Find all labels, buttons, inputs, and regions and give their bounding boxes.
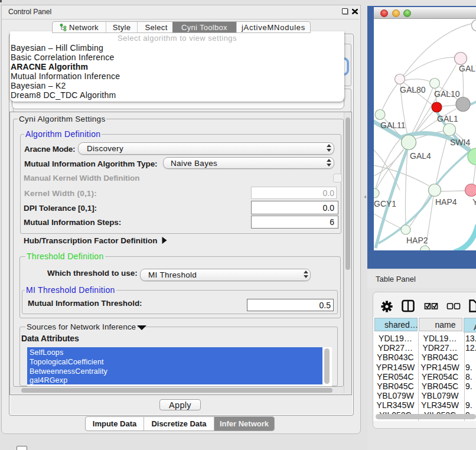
svg-text:GAL11: GAL11 xyxy=(380,120,406,130)
svg-text:Y: Y xyxy=(472,197,476,207)
svg-text:HAP2: HAP2 xyxy=(406,236,428,245)
svg-text:GAL10: GAL10 xyxy=(434,89,460,99)
svg-text:GCY1: GCY1 xyxy=(374,199,396,208)
svg-text:GAL7: GAL7 xyxy=(459,64,476,73)
svg-text:SWI4: SWI4 xyxy=(450,137,470,146)
svg-text:GAL1: GAL1 xyxy=(437,113,458,123)
svg-text:GAL80: GAL80 xyxy=(400,85,426,94)
svg-text:GAL4: GAL4 xyxy=(410,151,431,160)
svg-text:HAP4: HAP4 xyxy=(435,197,457,207)
